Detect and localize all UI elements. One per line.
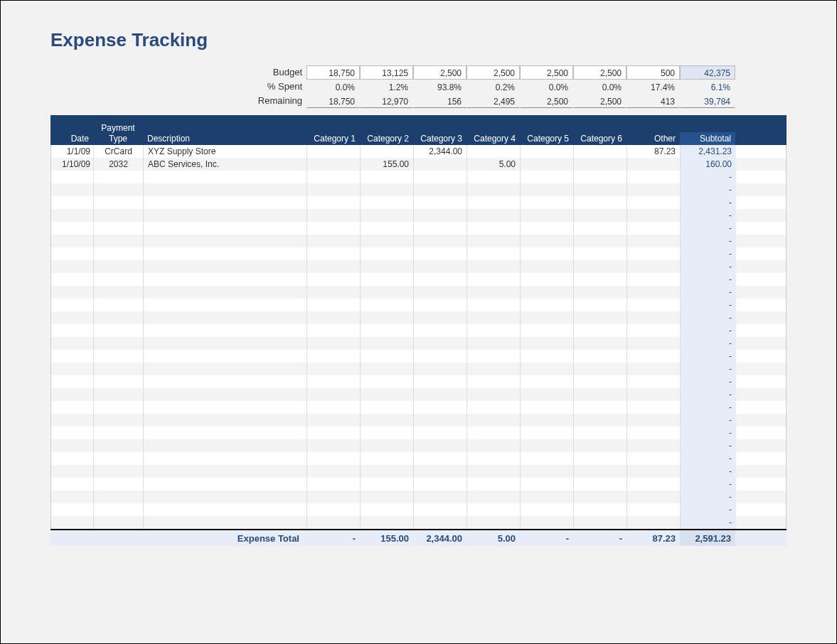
cell-cat2[interactable] [361,426,414,439]
cell-other[interactable] [627,426,681,439]
cell-cat6[interactable] [574,414,627,426]
cell-cat5[interactable] [521,171,574,183]
cell-cat1[interactable] [307,375,361,388]
cell-cat4[interactable] [467,299,521,311]
cell-other[interactable] [627,350,681,363]
cell-description[interactable] [144,503,307,516]
cell-cat6[interactable] [574,401,627,414]
budget-cat3[interactable]: 2,500 [413,65,467,80]
table-row[interactable] [51,299,786,311]
cell-payment[interactable] [94,490,144,503]
cell-cat3[interactable] [414,247,467,260]
cell-description[interactable] [144,209,307,222]
header-cat3[interactable]: Category 3 [413,132,467,145]
cell-subtotal[interactable] [681,324,736,337]
cell-date[interactable] [51,350,94,363]
cell-other[interactable] [627,209,681,222]
cell-payment[interactable] [94,465,144,478]
cell-cat5[interactable] [521,222,574,235]
cell-other[interactable] [627,273,681,286]
cell-subtotal[interactable] [681,196,736,209]
cell-cat4[interactable] [467,286,521,299]
table-row[interactable] [51,222,786,235]
cell-description[interactable] [144,171,307,183]
cell-date[interactable] [51,247,94,260]
budget-other[interactable]: 500 [627,65,680,80]
cell-cat5[interactable] [521,235,574,247]
table-row[interactable] [51,414,786,426]
header-payment[interactable]: Payment Type [93,122,143,145]
cell-date[interactable]: 1/10/09 [51,158,94,171]
cell-other[interactable] [627,439,681,452]
cell-payment[interactable] [94,350,144,363]
cell-cat1[interactable] [307,209,361,222]
cell-subtotal[interactable] [681,363,736,375]
cell-cat5[interactable] [521,490,574,503]
cell-date[interactable] [51,273,94,286]
cell-cat5[interactable] [521,439,574,452]
cell-cat1[interactable] [307,158,361,171]
header-cat2[interactable]: Category 2 [360,132,413,145]
cell-cat4[interactable] [467,311,521,324]
cell-cat1[interactable] [307,490,361,503]
cell-cat4[interactable] [467,337,521,350]
cell-cat4[interactable] [467,183,521,196]
cell-payment[interactable] [94,452,144,465]
cell-cat6[interactable] [574,196,627,209]
table-row[interactable] [51,247,786,260]
cell-date[interactable] [51,324,94,337]
cell-cat6[interactable] [574,350,627,363]
cell-cat5[interactable] [521,452,574,465]
cell-cat4[interactable] [467,401,521,414]
cell-cat6[interactable] [574,183,627,196]
cell-cat5[interactable] [521,503,574,516]
cell-cat3[interactable] [414,426,467,439]
table-row[interactable] [51,375,786,388]
cell-cat3[interactable] [414,273,467,286]
cell-description[interactable] [144,311,307,324]
cell-subtotal[interactable] [681,299,736,311]
cell-payment[interactable] [94,286,144,299]
table-row[interactable] [51,311,786,324]
cell-payment[interactable] [94,439,144,452]
cell-description[interactable] [144,286,307,299]
cell-other[interactable] [627,286,681,299]
cell-cat6[interactable] [574,388,627,401]
cell-cat3[interactable] [414,260,467,273]
cell-cat1[interactable] [307,183,361,196]
cell-cat5[interactable] [521,414,574,426]
table-row[interactable] [51,209,786,222]
cell-description[interactable] [144,478,307,490]
cell-cat6[interactable] [574,324,627,337]
header-subtotal[interactable]: Subtotal [680,132,735,145]
cell-cat4[interactable] [467,171,521,183]
header-cat1[interactable]: Category 1 [306,132,360,145]
cell-cat2[interactable] [361,273,414,286]
cell-cat4[interactable]: 5.00 [467,158,521,171]
cell-subtotal[interactable] [681,439,736,452]
table-row[interactable] [51,337,786,350]
cell-date[interactable] [51,388,94,401]
budget-cat5[interactable]: 2,500 [520,65,573,80]
cell-cat2[interactable] [361,490,414,503]
cell-cat2[interactable] [361,209,414,222]
cell-date[interactable] [51,465,94,478]
cell-description[interactable] [144,363,307,375]
cell-cat5[interactable] [521,311,574,324]
cell-cat4[interactable] [467,452,521,465]
cell-cat3[interactable] [414,286,467,299]
cell-cat5[interactable] [521,388,574,401]
cell-other[interactable] [627,183,681,196]
cell-subtotal[interactable] [681,171,736,183]
cell-payment[interactable] [94,299,144,311]
cell-cat4[interactable] [467,324,521,337]
cell-cat4[interactable] [467,209,521,222]
cell-payment[interactable]: CrCard [94,145,144,158]
cell-cat3[interactable] [414,183,467,196]
cell-cat6[interactable] [574,222,627,235]
cell-cat2[interactable] [361,235,414,247]
cell-cat1[interactable] [307,286,361,299]
cell-cat3[interactable] [414,439,467,452]
cell-cat4[interactable] [467,247,521,260]
cell-cat5[interactable] [521,260,574,273]
